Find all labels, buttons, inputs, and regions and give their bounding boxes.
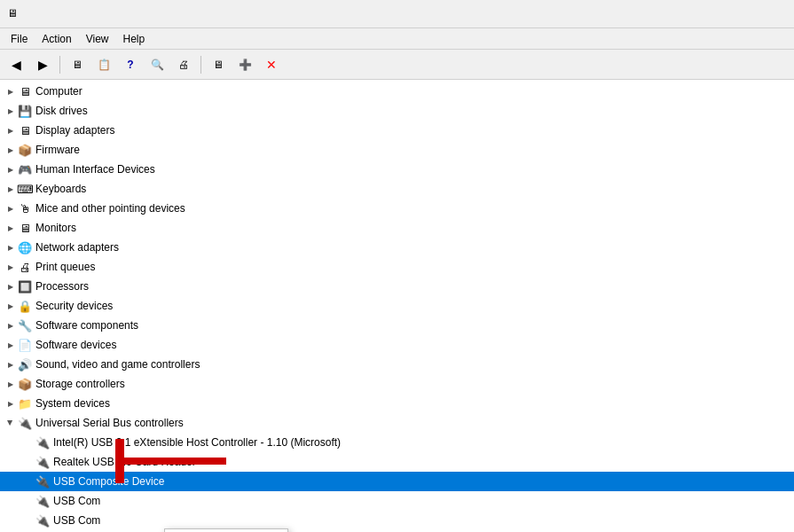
item-label: Intel(R) USB 3.1 eXtensible Host Control… <box>53 436 341 449</box>
help-button[interactable]: ? <box>118 53 143 76</box>
menu-file[interactable]: File <box>4 31 35 47</box>
device-icon: 🔌 <box>35 455 50 469</box>
tree-item[interactable]: 🔌Intel(R) USB 3.1 eXtensible Host Contro… <box>0 433 794 452</box>
back-button[interactable]: ◀ <box>4 53 28 76</box>
item-label: Processors <box>35 280 89 293</box>
item-label: Sound, video and game controllers <box>35 358 200 371</box>
tree-item[interactable]: ▶🔲Processors <box>0 277 794 296</box>
tree-item[interactable]: ▶🖥Computer <box>0 82 794 101</box>
item-label: USB Com <box>53 495 100 507</box>
device-icon: ⌨ <box>18 182 32 196</box>
item-label: Realtek USB 2.0 Card Reader <box>53 456 196 468</box>
item-label: Display adapters <box>35 124 114 137</box>
item-label: USB Com <box>53 514 100 527</box>
tree-item[interactable]: ▶📦Storage controllers <box>0 374 794 394</box>
item-label: Universal Serial Bus controllers <box>35 417 184 429</box>
expand-arrow-icon: ▶ <box>4 84 18 98</box>
expand-arrow-icon: ▶ <box>4 221 18 235</box>
tree-item[interactable]: ▶🔌Universal Serial Bus controllers <box>0 413 794 433</box>
tree-item[interactable]: ▶⌨Keyboards <box>0 179 794 199</box>
print-button[interactable]: 🖨 <box>171 53 196 76</box>
remove-button[interactable]: ✕ <box>259 53 284 76</box>
item-label: Mice and other pointing devices <box>35 202 185 215</box>
device-icon: 💾 <box>18 104 32 118</box>
tree-item[interactable]: ▶🌐Network adapters <box>0 238 794 257</box>
device-icon: 🔌 <box>35 494 50 508</box>
device-icon: 📄 <box>18 338 32 352</box>
tree-item[interactable]: ▶🔧Software components <box>0 316 794 335</box>
tree-item[interactable]: 🔌USB Com <box>0 491 794 511</box>
close-button[interactable] <box>746 0 787 28</box>
toolbar-separator-1 <box>59 56 60 74</box>
toolbar-separator-2 <box>200 56 201 74</box>
title-bar-controls <box>664 0 787 28</box>
item-label: Storage controllers <box>35 378 125 390</box>
device-icon: 🔊 <box>18 357 32 372</box>
expand-arrow-icon: ▶ <box>4 143 18 157</box>
tree-item[interactable]: 🔌USB Composite Device <box>0 472 794 491</box>
tree-item[interactable]: ▶🖱Mice and other pointing devices <box>0 199 794 218</box>
tree-item[interactable]: 🔌Realtek USB 2.0 Card Reader <box>0 452 794 472</box>
add-button[interactable]: ➕ <box>232 53 257 76</box>
menu-bar: File Action View Help <box>0 28 794 50</box>
expand-arrow-icon: ▶ <box>4 318 18 332</box>
minimize-button[interactable] <box>664 0 705 28</box>
tree-item[interactable]: ▶🖥Display adapters <box>0 121 794 140</box>
device-icon: 🖱 <box>18 201 32 215</box>
device-icon: 🎮 <box>18 162 32 176</box>
item-label: System devices <box>35 397 110 410</box>
tree-item[interactable]: 🔌USB Com <box>0 511 794 530</box>
item-label: Human Interface Devices <box>35 163 155 176</box>
device-icon: 🌐 <box>18 240 32 254</box>
item-label: Keyboards <box>35 183 86 195</box>
expand-arrow-icon: ▶ <box>4 260 18 274</box>
device-icon: 📦 <box>18 143 32 157</box>
tree-item[interactable]: ▶💾Disk drives <box>0 101 794 121</box>
device-icon: 📦 <box>18 377 32 391</box>
device-icon: 🔒 <box>18 299 32 313</box>
expand-arrow-icon: ▶ <box>4 396 18 411</box>
expand-arrow-icon: ▶ <box>4 240 18 254</box>
device-icon: 🔌 <box>35 435 50 450</box>
maximize-button[interactable] <box>705 0 746 28</box>
tree-item[interactable]: ▶🖥Monitors <box>0 218 794 238</box>
toolbar: ◀ ▶ 🖥 📋 ? 🔍 🖨 🖥 ➕ ✕ <box>0 50 794 80</box>
tree-item[interactable]: ▶📄Software devices <box>0 335 794 355</box>
expand-arrow-icon <box>21 474 35 489</box>
expand-arrow-icon <box>21 494 35 508</box>
expand-arrow-icon: ▶ <box>4 201 18 215</box>
expand-arrow-icon <box>21 455 35 469</box>
item-label: USB Composite Device <box>53 475 164 488</box>
item-label: Network adapters <box>35 241 119 254</box>
expand-arrow-icon: ▶ <box>4 279 18 293</box>
expand-arrow-icon: ▶ <box>4 338 18 352</box>
tree-item[interactable]: ▶📦Firmware <box>0 140 794 160</box>
menu-action[interactable]: Action <box>35 31 78 47</box>
tree-item[interactable]: ▶🎮Human Interface Devices <box>0 160 794 179</box>
tree-item[interactable]: ▶🔒Security devices <box>0 296 794 316</box>
search-button[interactable]: 🔍 <box>145 53 169 76</box>
item-label: Firmware <box>35 144 80 156</box>
expand-arrow-icon: ▶ <box>4 416 18 430</box>
item-label: Monitors <box>35 222 76 234</box>
menu-help[interactable]: Help <box>116 31 153 47</box>
device-icon: 🔌 <box>35 513 50 528</box>
forward-button[interactable]: ▶ <box>30 53 55 76</box>
tree-item[interactable]: ▶📁System devices <box>0 394 794 413</box>
device-icon: 🔌 <box>18 416 32 430</box>
tree-item[interactable]: ▶🔊Sound, video and game controllers <box>0 355 794 374</box>
display-button[interactable]: 🖥 <box>206 53 231 76</box>
computer-button[interactable]: 🖥 <box>65 53 90 76</box>
device-icon: 📁 <box>18 396 32 411</box>
expand-arrow-icon: ▶ <box>4 377 18 391</box>
properties-button[interactable]: 📋 <box>91 53 116 76</box>
item-label: Print queues <box>35 261 95 273</box>
item-label: Software components <box>35 319 138 332</box>
device-tree[interactable]: ▶📷Cameras▶🖥Computer▶💾Disk drives▶🖥Displa… <box>0 80 794 532</box>
app-icon: 🖥 <box>7 7 21 21</box>
menu-view[interactable]: View <box>79 31 116 47</box>
expand-arrow-icon: ▶ <box>4 162 18 176</box>
device-icon: 🔧 <box>18 318 32 332</box>
tree-item[interactable]: ▶🖨Print queues <box>0 257 794 277</box>
device-icon: 🔌 <box>35 474 50 489</box>
